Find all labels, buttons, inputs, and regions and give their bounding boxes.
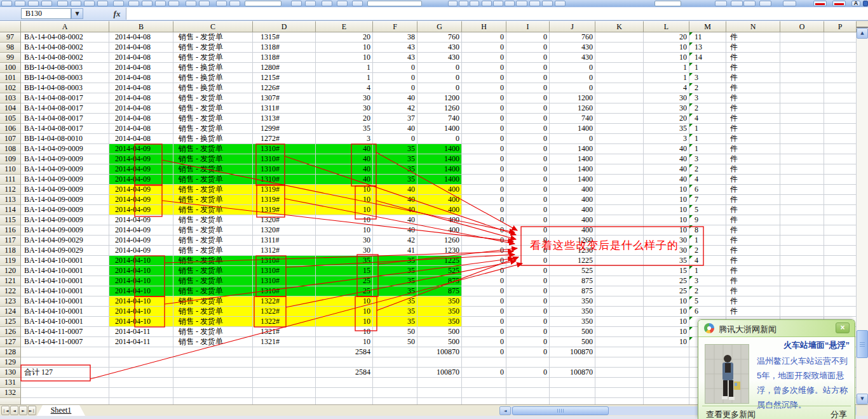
grid-cell[interactable] bbox=[780, 205, 824, 215]
grid-cell[interactable]: 2014-04-09 bbox=[109, 144, 173, 154]
grid-cell[interactable] bbox=[824, 205, 857, 215]
paste-icon[interactable] bbox=[155, 1, 166, 6]
grid-cell[interactable]: 0 bbox=[462, 347, 506, 357]
grid-cell[interactable]: 2 bbox=[689, 103, 726, 114]
grid-cell[interactable]: 35 bbox=[373, 256, 417, 266]
grid-cell[interactable]: 525 bbox=[550, 266, 595, 276]
grid-cell[interactable] bbox=[824, 144, 857, 154]
grid-cell[interactable]: 0 bbox=[506, 368, 550, 378]
row-header[interactable]: 99 bbox=[0, 53, 21, 63]
grid-cell[interactable]: 40 bbox=[373, 124, 417, 134]
email-icon[interactable] bbox=[57, 1, 68, 6]
merge-center-icon[interactable] bbox=[516, 1, 527, 6]
grid-cell[interactable]: 2014-04-09 bbox=[109, 185, 173, 195]
grid-cell[interactable]: 10 bbox=[316, 307, 373, 317]
grid-cell[interactable]: 1230 bbox=[417, 246, 462, 256]
grid-cell[interactable]: 350 bbox=[550, 307, 595, 317]
grid-cell[interactable] bbox=[417, 388, 462, 398]
grid-cell[interactable]: 2014-04-10 bbox=[109, 317, 173, 327]
grid-cell[interactable]: 1226# bbox=[253, 83, 316, 93]
grid-cell[interactable]: 0 bbox=[462, 246, 506, 256]
grid-cell[interactable]: 1280# bbox=[253, 63, 316, 73]
grid-cell[interactable]: 销售 - 换货单 bbox=[173, 134, 253, 144]
grid-cell[interactable]: 1319# bbox=[253, 185, 316, 195]
grid-cell[interactable] bbox=[824, 185, 857, 195]
grid-cell[interactable]: 0 bbox=[462, 205, 506, 215]
grid-cell[interactable]: 10 bbox=[316, 317, 373, 327]
grid-cell[interactable]: 1400 bbox=[550, 124, 595, 134]
grid-cell[interactable]: 400 bbox=[417, 195, 462, 205]
grid-cell[interactable]: 35 bbox=[373, 276, 417, 286]
column-header-L[interactable]: L bbox=[644, 21, 689, 32]
grid-cell[interactable]: 10 bbox=[644, 307, 689, 317]
grid-cell[interactable]: 2584 bbox=[316, 347, 373, 357]
grid-cell[interactable]: 30 bbox=[644, 93, 689, 103]
grid-cell[interactable]: 400 bbox=[417, 215, 462, 225]
grid-cell[interactable]: 35 bbox=[373, 175, 417, 185]
grid-cell[interactable]: 销售 - 发货单 bbox=[173, 236, 253, 246]
grid-cell[interactable]: 件 bbox=[726, 215, 780, 225]
grid-cell[interactable]: 10 bbox=[644, 43, 689, 53]
grid-cell[interactable]: 35 bbox=[373, 286, 417, 296]
grid-cell[interactable]: BB-14-04-08-0010 bbox=[21, 134, 109, 144]
borders-icon[interactable] bbox=[783, 1, 796, 6]
grid-cell[interactable]: 1321# bbox=[253, 337, 316, 347]
grid-cell[interactable] bbox=[644, 357, 689, 368]
grid-cell[interactable] bbox=[373, 347, 417, 357]
grid-cell[interactable]: 件 bbox=[726, 175, 780, 185]
grid-cell[interactable]: 0 bbox=[462, 83, 506, 93]
grid-cell[interactable]: 件 bbox=[726, 276, 780, 286]
grid-cell[interactable]: BA-14-04-08-0002 bbox=[21, 53, 109, 63]
grid-cell[interactable]: BA-14-04-08-0002 bbox=[21, 32, 109, 43]
row-header[interactable]: 127 bbox=[0, 337, 21, 347]
last-sheet-icon[interactable]: ►❘ bbox=[28, 406, 36, 415]
grid-cell[interactable]: 4 bbox=[689, 175, 726, 185]
grid-cell[interactable]: 1 bbox=[689, 124, 726, 134]
grid-cell[interactable] bbox=[595, 337, 644, 347]
grid-cell[interactable]: 1319# bbox=[253, 205, 316, 215]
grid-cell[interactable]: 2 bbox=[689, 286, 726, 296]
grid-cell[interactable] bbox=[824, 83, 857, 93]
grid-cell[interactable]: 1260 bbox=[550, 103, 595, 114]
grid-cell[interactable] bbox=[824, 256, 857, 266]
grid-cell[interactable] bbox=[373, 357, 417, 368]
column-header-D[interactable]: D bbox=[253, 21, 316, 32]
column-header-P[interactable]: P bbox=[824, 21, 857, 32]
grid-cell[interactable]: 2014-04-09 bbox=[109, 236, 173, 246]
column-header-C[interactable]: C bbox=[173, 21, 253, 32]
grid-cell[interactable]: 2014-04-08 bbox=[109, 73, 173, 83]
grid-cell[interactable]: 0 bbox=[462, 154, 506, 164]
row-header[interactable]: 104 bbox=[0, 103, 21, 114]
grid-cell[interactable]: 4 bbox=[644, 83, 689, 93]
row-header[interactable]: 98 bbox=[0, 43, 21, 53]
sort-ascending-icon[interactable] bbox=[291, 1, 302, 6]
grid-cell[interactable] bbox=[595, 63, 644, 73]
grid-cell[interactable]: 0 bbox=[462, 164, 506, 175]
grid-cell[interactable]: 件 bbox=[726, 236, 780, 246]
grid-cell[interactable]: 1322# bbox=[253, 296, 316, 307]
column-header-E[interactable]: E bbox=[316, 21, 373, 32]
grid-cell[interactable] bbox=[780, 103, 824, 114]
grid-cell[interactable] bbox=[173, 368, 253, 378]
grid-cell[interactable]: 4 bbox=[316, 83, 373, 93]
grid-cell[interactable]: 2014-04-10 bbox=[109, 286, 173, 296]
font-name-combo[interactable] bbox=[367, 1, 422, 6]
grid-cell[interactable]: 件 bbox=[726, 103, 780, 114]
grid-cell[interactable]: 件 bbox=[726, 296, 780, 307]
grid-cell[interactable]: 0 bbox=[506, 73, 550, 83]
grid-cell[interactable]: 0 bbox=[506, 327, 550, 337]
grid-cell[interactable]: 销售 - 发货单 bbox=[173, 307, 253, 317]
grid-cell[interactable]: 销售 - 发货单 bbox=[173, 32, 253, 43]
grid-cell[interactable]: 41 bbox=[373, 246, 417, 256]
grid-cell[interactable] bbox=[595, 225, 644, 236]
grid-cell[interactable]: 2 bbox=[689, 83, 726, 93]
grid-cell[interactable] bbox=[824, 266, 857, 276]
grid-cell[interactable] bbox=[373, 378, 417, 388]
grid-cell[interactable]: 430 bbox=[550, 53, 595, 63]
grid-cell[interactable] bbox=[109, 347, 173, 357]
grid-cell[interactable] bbox=[824, 195, 857, 205]
grid-cell[interactable]: 0 bbox=[506, 337, 550, 347]
align-right-icon[interactable] bbox=[505, 1, 515, 6]
grid-cell[interactable]: 件 bbox=[726, 195, 780, 205]
name-box[interactable]: B130 bbox=[21, 8, 71, 19]
